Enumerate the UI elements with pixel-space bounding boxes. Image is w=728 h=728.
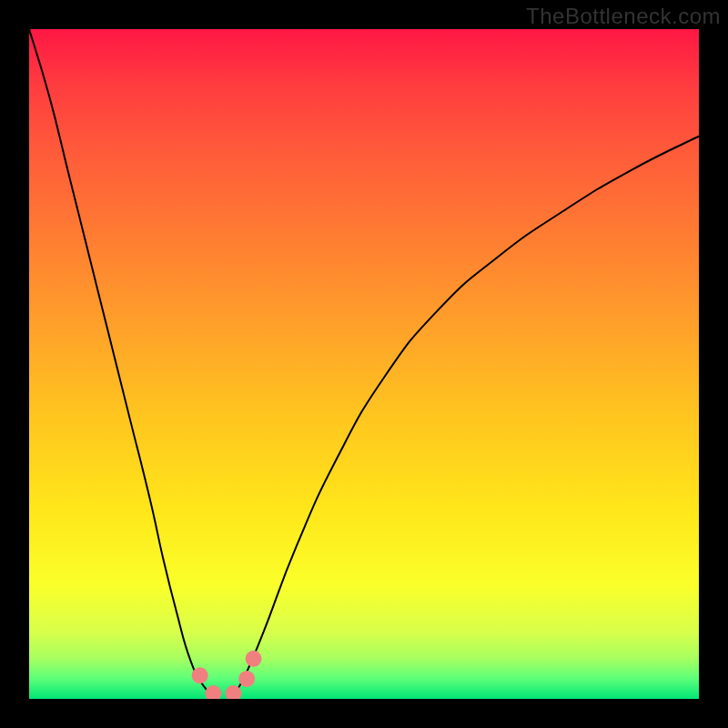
curve-right-branch [230,136,699,699]
plot-area [29,29,699,699]
curve-left-branch [29,29,217,699]
data-marker [192,667,208,683]
marker-group [192,651,262,699]
data-marker [246,651,262,667]
data-marker [205,685,221,699]
watermark-text: TheBottleneck.com [526,4,721,29]
chart-frame: TheBottleneck.com [0,0,728,728]
data-marker [238,671,255,687]
chart-overlay [29,29,699,699]
